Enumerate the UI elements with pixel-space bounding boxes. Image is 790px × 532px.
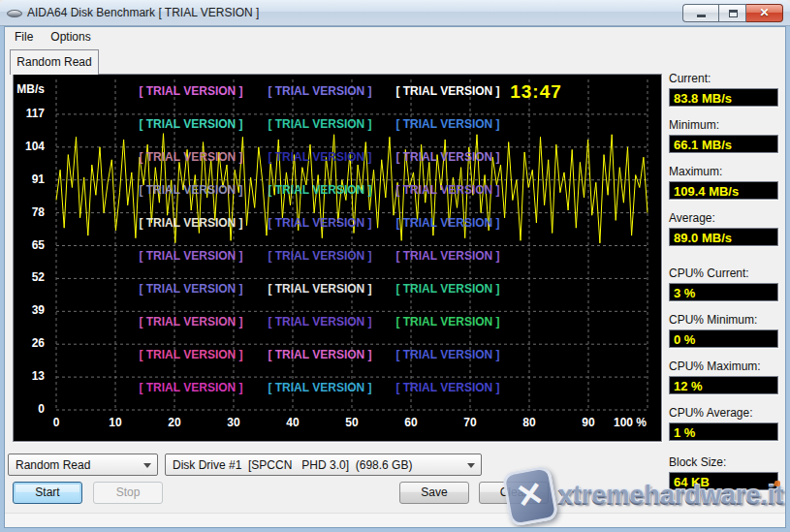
menu-file[interactable]: File (6, 28, 42, 46)
x-axis-tick: 50 (345, 416, 358, 429)
benchmark-type-value: Random Read (16, 458, 90, 472)
app-window: AIDA64 Disk Benchmark [ TRIAL VERSION ] … (0, 0, 790, 532)
stat-group: Current:83.8 MB/s (669, 72, 778, 107)
stat-value: 64 KB (669, 472, 778, 490)
stat-label: Minimum: (669, 118, 778, 132)
stat-label: Average: (669, 211, 778, 225)
close-button[interactable]: ✕ (746, 4, 783, 22)
trial-version-watermark: [ TRIAL VERSION ] (395, 183, 499, 197)
clear-button[interactable]: Clear (479, 482, 549, 504)
stat-value: 12 % (669, 376, 778, 394)
x-axis-tick: 70 (463, 416, 476, 429)
stat-group: Average:89.0 MB/s (669, 211, 778, 246)
trial-version-watermark: [ TRIAL VERSION ] (268, 150, 371, 164)
title-bar[interactable]: AIDA64 Disk Benchmark [ TRIAL VERSION ] … (0, 0, 790, 26)
stat-value: 3 % (669, 283, 778, 301)
trial-version-watermark: [ TRIAL VERSION ] (268, 117, 371, 131)
chevron-down-icon (467, 463, 475, 468)
y-axis-tick: 104 (16, 140, 45, 153)
window-title: AIDA64 Disk Benchmark [ TRIAL VERSION ] (27, 6, 259, 19)
app-icon (7, 7, 22, 19)
stat-group: Minimum:66.1 MB/s (669, 118, 778, 153)
stat-label: Block Size: (669, 455, 778, 469)
trial-version-watermark: [ TRIAL VERSION ] (268, 348, 371, 361)
minimize-button[interactable] (682, 4, 718, 22)
minimize-icon (697, 15, 706, 17)
stat-label: Maximum: (669, 165, 778, 178)
benchmark-type-select[interactable]: Random Read (8, 454, 158, 476)
chevron-down-icon (143, 463, 151, 468)
stat-value: 1 % (669, 422, 778, 441)
maximize-icon (729, 10, 738, 17)
trial-version-watermark: [ TRIAL VERSION ] (139, 282, 242, 296)
y-axis-tick: 91 (16, 172, 45, 186)
stat-group: CPU% Maximum:12 % (669, 360, 778, 394)
trial-version-watermark: [ TRIAL VERSION ] (139, 315, 242, 329)
x-axis-tick: 100 % (614, 416, 647, 429)
y-axis-unit-label: MB/s (16, 82, 45, 96)
trial-version-watermark: [ TRIAL VERSION ] (139, 117, 242, 131)
stat-value: 109.4 MB/s (669, 181, 778, 200)
stat-value: 0 % (669, 329, 778, 348)
x-axis-tick: 60 (404, 416, 417, 429)
x-axis-tick: 80 (522, 416, 535, 429)
trial-version-watermark: [ TRIAL VERSION ] (268, 183, 371, 197)
x-axis-tick: 10 (109, 416, 121, 429)
menu-options[interactable]: Options (42, 28, 99, 46)
start-button[interactable]: Start (13, 482, 82, 504)
menu-bar: File Options (0, 26, 790, 47)
stat-label: CPU% Minimum: (669, 313, 778, 327)
y-axis-tick: 117 (16, 107, 45, 120)
stat-group: Maximum:109.4 MB/s (669, 165, 778, 200)
disk-drive-value: Disk Drive #1 [SPCCN PHD 3.0] (698.6 GB) (173, 458, 412, 472)
bottom-strip (0, 513, 790, 528)
stat-value: 83.8 MB/s (669, 88, 778, 107)
stat-label: CPU% Maximum: (669, 360, 778, 373)
stat-group: Block Size:64 KB (669, 455, 778, 490)
trial-version-watermark: [ TRIAL VERSION ] (139, 183, 242, 197)
y-axis-tick: 26 (16, 336, 45, 350)
stat-value: 66.1 MB/s (669, 135, 778, 153)
trial-version-watermark: [ TRIAL VERSION ] (268, 216, 371, 230)
benchmark-chart: 13:47 MB/s013263952657891104117010203040… (13, 74, 662, 442)
maximize-button[interactable] (718, 4, 746, 22)
stat-label: CPU% Average: (669, 406, 778, 420)
trial-version-watermark: [ TRIAL VERSION ] (395, 282, 499, 296)
trial-version-watermark: [ TRIAL VERSION ] (395, 84, 499, 98)
trial-version-watermark: [ TRIAL VERSION ] (395, 315, 499, 329)
trial-version-watermark: [ TRIAL VERSION ] (395, 249, 499, 263)
trial-version-watermark: [ TRIAL VERSION ] (395, 381, 499, 394)
trial-version-watermark: [ TRIAL VERSION ] (395, 117, 499, 131)
tab-random-read[interactable]: Random Read (10, 49, 99, 75)
x-axis-tick: 40 (286, 416, 299, 429)
stat-label: Current: (669, 72, 778, 85)
y-axis-tick: 0 (16, 402, 45, 416)
stat-group: CPU% Current:3 % (669, 266, 778, 301)
trial-version-watermark: [ TRIAL VERSION ] (268, 249, 371, 263)
y-axis-tick: 52 (16, 270, 45, 284)
stat-group: CPU% Average:1 % (669, 406, 778, 441)
y-axis-tick: 78 (16, 205, 45, 219)
trial-version-watermark: [ TRIAL VERSION ] (268, 282, 371, 296)
x-axis-tick: 20 (168, 416, 180, 429)
x-axis-tick: 30 (227, 416, 239, 429)
save-button[interactable]: Save (399, 482, 469, 504)
trial-version-watermark: [ TRIAL VERSION ] (395, 348, 499, 361)
x-axis-tick: 0 (53, 416, 60, 429)
trial-version-watermark: [ TRIAL VERSION ] (139, 216, 242, 230)
close-icon: ✕ (759, 6, 769, 19)
chart-clock: 13:47 (488, 81, 585, 103)
trial-version-watermark: [ TRIAL VERSION ] (139, 84, 242, 98)
trial-version-watermark: [ TRIAL VERSION ] (139, 150, 242, 164)
trial-version-watermark: [ TRIAL VERSION ] (395, 216, 499, 230)
x-axis-tick: 90 (582, 416, 594, 429)
trial-version-watermark: [ TRIAL VERSION ] (268, 315, 371, 329)
stat-group: CPU% Minimum:0 % (669, 313, 778, 348)
trial-version-watermark: [ TRIAL VERSION ] (139, 348, 242, 361)
y-axis-tick: 13 (16, 369, 45, 383)
disk-drive-select[interactable]: Disk Drive #1 [SPCCN PHD 3.0] (698.6 GB) (165, 454, 482, 476)
stat-label: CPU% Current: (669, 266, 778, 280)
stop-button[interactable]: Stop (93, 482, 163, 504)
trial-version-watermark: [ TRIAL VERSION ] (268, 84, 371, 98)
trial-version-watermark: [ TRIAL VERSION ] (268, 381, 371, 394)
